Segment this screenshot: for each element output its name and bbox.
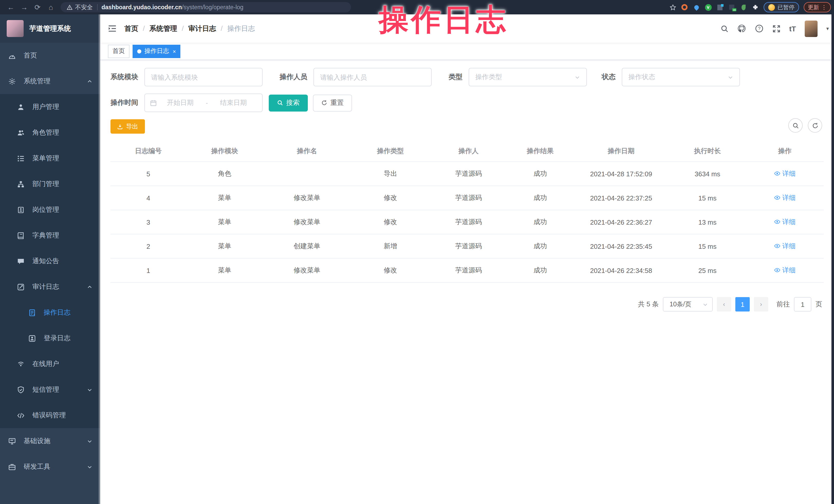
url-path[interactable]: /system/log/operate-log	[182, 4, 243, 10]
export-button[interactable]: 导出	[110, 119, 145, 134]
sidebar-item-menus[interactable]: 菜单管理	[0, 146, 100, 171]
screen: ← → ⟳ ⌂ 不安全 dashboard.yudao.iocoder.cn /…	[0, 0, 834, 504]
goto-page-input[interactable]	[794, 297, 811, 311]
page-number-1[interactable]: 1	[736, 297, 750, 311]
chrome-update-button[interactable]: 更新 ⋮	[804, 2, 831, 12]
paused-badge[interactable]: 已暂停	[764, 2, 799, 12]
tab-close-icon[interactable]: ×	[173, 48, 176, 54]
header-search-icon[interactable]	[720, 24, 729, 32]
url-divider	[97, 4, 97, 10]
tags-view-bar: 首页 操作日志 ×	[100, 43, 834, 60]
cell-operator: 芋道源码	[430, 210, 507, 234]
tab-operate-log[interactable]: 操作日志 ×	[133, 44, 181, 58]
table-row[interactable]: 5 角色 导出 芋道源码 成功 2021-04-28 17:52:09 3634…	[110, 162, 824, 186]
extension-orange-icon[interactable]	[681, 4, 688, 11]
cell-module: 菜单	[186, 210, 263, 234]
sidebar-item-dev-tools[interactable]: 研发工具	[0, 454, 100, 480]
module-input[interactable]	[145, 68, 263, 86]
sidebar-item-audit-log[interactable]: 审计日志	[0, 274, 100, 300]
sidebar-item-notices[interactable]: 通知公告	[0, 248, 100, 274]
sidebar-collapse-icon[interactable]	[108, 25, 117, 32]
chevron-up-icon	[87, 79, 92, 84]
module-label: 系统模块	[110, 72, 138, 82]
url-host[interactable]: dashboard.yudao.iocoder.cn	[102, 4, 182, 10]
sidebar-item-sms[interactable]: 短信管理	[0, 377, 100, 402]
select-chevron-down-icon	[728, 74, 733, 80]
sidebar-item-users[interactable]: 用户管理	[0, 94, 100, 120]
extension-green-v-icon[interactable]: v	[704, 4, 712, 11]
table-row[interactable]: 2 菜单 创建菜单 新增 芋道源码 成功 2021-04-26 22:35:45…	[110, 234, 824, 258]
sidebar-item-posts[interactable]: 岗位管理	[0, 197, 100, 223]
tab-home[interactable]: 首页	[108, 44, 130, 58]
cell-result: 成功	[507, 186, 573, 210]
extension-cube-icon[interactable]	[716, 4, 724, 11]
address-bar[interactable]: 不安全 dashboard.yudao.iocoder.cn /system/l…	[61, 2, 351, 12]
breadcrumb-home[interactable]: 首页	[124, 24, 138, 33]
sidebar-item-operate-log[interactable]: 操作日志	[0, 300, 100, 325]
detail-link[interactable]: 详细	[774, 217, 796, 227]
sidebar-item-error-codes[interactable]: 错误码管理	[0, 402, 100, 428]
reload-icon[interactable]: ⟳	[31, 3, 44, 11]
detail-link-label: 详细	[782, 242, 796, 251]
refresh-table-button[interactable]	[808, 118, 822, 133]
type-select[interactable]: 操作类型	[469, 68, 587, 86]
operator-input[interactable]	[313, 68, 432, 86]
status-select[interactable]: 操作状态	[622, 68, 740, 86]
user-avatar[interactable]	[805, 20, 817, 37]
sidebar-item-infrastructure[interactable]: 基础设施	[0, 428, 100, 454]
search-button[interactable]: 搜索	[269, 94, 308, 111]
table-row[interactable]: 3 菜单 修改菜单 修改 芋道源码 成功 2021-04-26 22:36:27…	[110, 210, 824, 234]
sidebar-item-roles[interactable]: 角色管理	[0, 120, 100, 146]
forward-icon[interactable]: →	[18, 3, 31, 11]
toggle-search-button[interactable]	[788, 118, 803, 133]
sidebar-logo-row[interactable]: 芋道管理系统	[0, 15, 100, 43]
extension-pin-icon[interactable]	[693, 4, 700, 11]
avatar-caret-down-icon[interactable]: ▾	[826, 26, 829, 31]
extension-on-badge-icon[interactable]: on	[728, 4, 736, 11]
help-question-icon[interactable]: ?	[755, 24, 764, 33]
cell-log-id: 1	[110, 258, 186, 282]
date-range-picker[interactable]: 开始日期 - 结束日期	[145, 93, 263, 112]
detail-link[interactable]: 详细	[774, 242, 796, 251]
sidebar-item-login-log[interactable]: 登录日志	[0, 325, 100, 351]
prev-page-button[interactable]: ‹	[717, 297, 731, 311]
sidebar-item-label: 菜单管理	[32, 154, 59, 163]
not-secure-label[interactable]: 不安全	[75, 3, 93, 11]
next-page-button[interactable]: ›	[754, 297, 768, 311]
table-row[interactable]: 4 菜单 修改菜单 修改 芋道源码 成功 2021-04-26 22:37:25…	[110, 186, 824, 210]
bookmark-star-icon[interactable]	[669, 4, 676, 11]
shield-check-icon	[17, 386, 25, 393]
sidebar-item-home[interactable]: 首页	[0, 43, 100, 68]
sidebar-item-label: 字典管理	[32, 231, 59, 240]
extension-leaf-icon[interactable]	[740, 4, 747, 11]
font-size-icon[interactable]: tT	[789, 24, 796, 32]
home-icon[interactable]: ⌂	[44, 3, 58, 11]
sidebar-item-label: 在线用户	[32, 359, 59, 369]
table-header-row: 日志编号 操作模块 操作名 操作类型 操作人 操作结果 操作日期 执行时长 操作	[110, 142, 824, 162]
detail-link[interactable]: 详细	[774, 266, 796, 275]
breadcrumb-audit-log[interactable]: 审计日志	[188, 24, 216, 33]
detail-link[interactable]: 详细	[774, 193, 796, 202]
tab-label: 首页	[112, 47, 125, 56]
breadcrumb-system[interactable]: 系统管理	[150, 24, 177, 33]
sidebar-item-departments[interactable]: 部门管理	[0, 171, 100, 197]
fullscreen-icon[interactable]	[772, 24, 781, 32]
col-operator: 操作人	[430, 142, 507, 162]
sidebar-item-dict[interactable]: 字典管理	[0, 223, 100, 248]
cell-duration: 15 ms	[669, 186, 746, 210]
extension-puzzle-icon[interactable]	[752, 4, 759, 11]
chevron-down-icon	[87, 387, 92, 392]
table-row[interactable]: 1 菜单 修改菜单 修改 芋道源码 成功 2021-04-26 22:34:58…	[110, 258, 824, 282]
sidebar-item-online-users[interactable]: 在线用户	[0, 351, 100, 377]
github-icon[interactable]	[738, 24, 746, 33]
reset-button[interactable]: 重置	[313, 94, 352, 111]
back-icon[interactable]: ←	[4, 3, 18, 11]
chrome-menu-dots-icon[interactable]: ⋮	[821, 4, 827, 10]
sidebar-item-system[interactable]: 系统管理	[0, 68, 100, 94]
detail-link[interactable]: 详细	[774, 169, 796, 178]
badge-icon	[17, 206, 25, 214]
eye-icon	[774, 243, 781, 249]
page-scrollbar[interactable]	[831, 15, 834, 504]
select-chevron-down-icon	[702, 302, 708, 307]
page-size-select[interactable]: 10条/页	[663, 297, 713, 311]
